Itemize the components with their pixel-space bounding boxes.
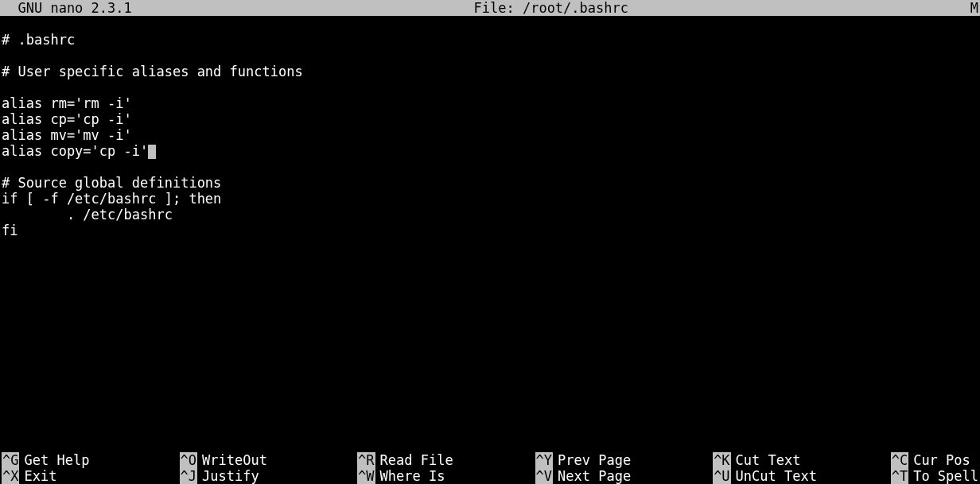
modified-indicator: M: [970, 0, 978, 16]
shortcut-label: Prev Page: [558, 452, 631, 468]
shortcut-item[interactable]: ^WWhere Is: [357, 468, 535, 484]
editor-line: [2, 48, 978, 64]
shortcut-key: ^W: [357, 468, 375, 484]
shortcut-label: Read File: [380, 452, 453, 468]
shortcut-label: Justify: [202, 468, 259, 484]
shortcut-bar: ^GGet Help^OWriteOut^RRead File^YPrev Pa…: [0, 452, 980, 484]
editor-line: alias cp='cp -i': [2, 111, 978, 127]
shortcut-label: Next Page: [558, 468, 631, 484]
title-bar: GNU nano 2.3.1 File: /root/.bashrc M: [0, 0, 980, 16]
shortcut-row-2: ^XExit^JJustify^WWhere Is^VNext Page^UUn…: [2, 468, 978, 484]
editor-line: alias copy='cp -i': [2, 143, 978, 159]
editor-line: fi: [2, 223, 978, 238]
shortcut-key: ^O: [180, 452, 197, 468]
app-name: GNU nano 2.3.1: [2, 0, 132, 16]
shortcut-key: ^X: [2, 468, 19, 484]
shortcut-key: ^V: [535, 468, 553, 484]
shortcut-key: ^Y: [535, 452, 553, 468]
shortcut-item[interactable]: ^TTo Spell: [891, 468, 978, 484]
shortcut-label: Cut Text: [736, 452, 801, 468]
shortcut-item[interactable]: ^JJustify: [180, 468, 358, 484]
shortcut-label: Where Is: [380, 468, 445, 484]
editor-line: . /etc/bashrc: [2, 207, 978, 223]
editor-line: [2, 159, 978, 175]
editor-line: # .bashrc: [2, 32, 978, 48]
shortcut-item[interactable]: ^CCur Pos: [891, 452, 978, 468]
file-path-label: File: /root/.bashrc: [132, 0, 970, 16]
editor-line: [2, 79, 978, 95]
shortcut-row-1: ^GGet Help^OWriteOut^RRead File^YPrev Pa…: [2, 452, 978, 468]
shortcut-label: Cur Pos: [913, 452, 978, 468]
shortcut-key: ^U: [713, 468, 730, 484]
editor-line: # User specific aliases and functions: [2, 64, 978, 79]
shortcut-label: To Spell: [913, 468, 978, 484]
shortcut-label: Exit: [24, 468, 56, 484]
shortcut-item[interactable]: ^KCut Text: [713, 452, 891, 468]
editor-line: alias rm='rm -i': [2, 95, 978, 111]
shortcut-key: ^C: [891, 452, 908, 468]
shortcut-key: ^K: [713, 452, 730, 468]
editor-line: if [ -f /etc/bashrc ]; then: [2, 191, 978, 207]
shortcut-key: ^T: [891, 468, 908, 484]
shortcut-label: UnCut Text: [736, 468, 817, 484]
shortcut-label: WriteOut: [202, 452, 267, 468]
shortcut-key: ^J: [180, 468, 197, 484]
editor-line: # Source global definitions: [2, 175, 978, 191]
editor-line: alias mv='mv -i': [2, 127, 978, 143]
text-cursor: [148, 145, 156, 159]
editor-line: [2, 16, 978, 32]
shortcut-item[interactable]: ^GGet Help: [2, 452, 180, 468]
shortcut-key: ^G: [2, 452, 19, 468]
shortcut-item[interactable]: ^XExit: [2, 468, 180, 484]
shortcut-key: ^R: [357, 452, 375, 468]
shortcut-item[interactable]: ^VNext Page: [535, 468, 714, 484]
shortcut-item[interactable]: ^UUnCut Text: [713, 468, 891, 484]
shortcut-item[interactable]: ^OWriteOut: [180, 452, 358, 468]
editor-area[interactable]: # .bashrc# User specific aliases and fun…: [0, 16, 980, 452]
shortcut-item[interactable]: ^RRead File: [357, 452, 535, 468]
shortcut-label: Get Help: [24, 452, 89, 468]
shortcut-item[interactable]: ^YPrev Page: [535, 452, 714, 468]
